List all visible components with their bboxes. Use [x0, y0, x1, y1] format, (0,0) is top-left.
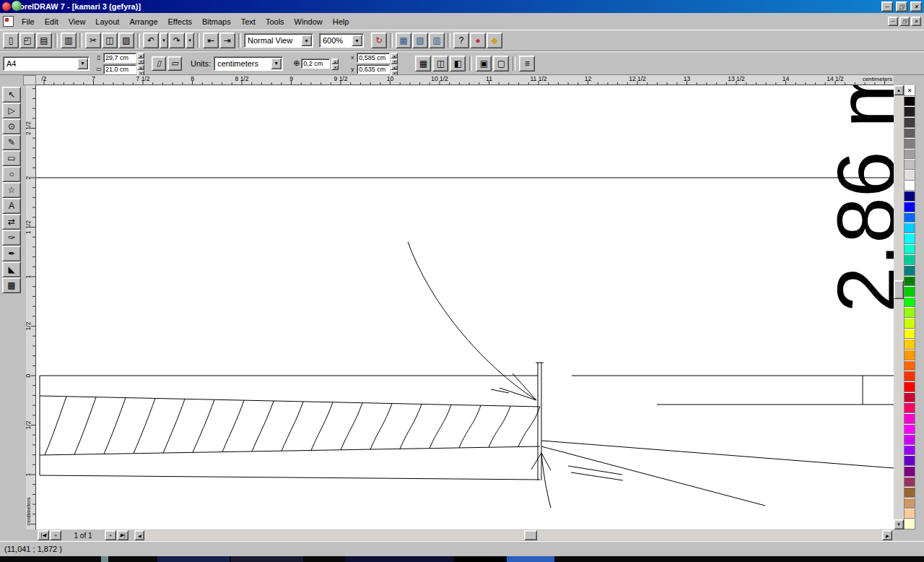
- open-button[interactable]: ◰: [19, 33, 35, 48]
- color-swatch[interactable]: [904, 360, 915, 371]
- color-swatch[interactable]: [904, 244, 915, 255]
- color-swatch[interactable]: [904, 159, 915, 170]
- horizontal-scrollbar[interactable]: ◀ ▶: [134, 530, 892, 540]
- color-swatch[interactable]: [904, 339, 915, 350]
- polygon-tool[interactable]: ☆: [2, 182, 21, 198]
- import-button[interactable]: ⇤: [203, 33, 219, 48]
- taskbar-item[interactable]: [507, 556, 554, 562]
- restore-button[interactable]: ◳: [896, 1, 907, 12]
- scroll-down-icon[interactable]: ▼: [894, 519, 904, 529]
- snap-to-guidelines-button[interactable]: ◫: [432, 56, 448, 72]
- color-swatch[interactable]: [904, 371, 915, 381]
- spin-up-icon[interactable]: ▴: [391, 64, 398, 70]
- paste-button[interactable]: ▨: [118, 33, 134, 48]
- redo-button[interactable]: ↷: [169, 33, 185, 48]
- mdi-close-button[interactable]: ✕: [911, 17, 921, 26]
- snap-to-objects-button[interactable]: ◧: [450, 56, 466, 72]
- color-rollup-button[interactable]: ▦: [396, 33, 411, 48]
- first-page-button[interactable]: |◀: [38, 530, 49, 540]
- color-swatch[interactable]: [904, 466, 915, 477]
- ellipse-tool[interactable]: ○: [2, 166, 21, 182]
- color-swatch[interactable]: [904, 202, 915, 212]
- menu-view[interactable]: View: [64, 15, 91, 28]
- whats-this-button[interactable]: ◆: [487, 33, 502, 48]
- color-swatch[interactable]: [904, 424, 915, 435]
- zoom-tool[interactable]: ⊙: [2, 118, 21, 134]
- color-swatch[interactable]: [904, 329, 915, 340]
- color-swatch[interactable]: [904, 96, 915, 107]
- color-swatch[interactable]: [904, 445, 915, 456]
- rectangle-tool[interactable]: ▭: [2, 150, 21, 166]
- add-page-after-button[interactable]: +: [105, 530, 116, 540]
- vertical-ruler[interactable]: 2 1/221 1/211/201/21centimeters: [26, 85, 36, 529]
- treat-as-filled-button[interactable]: ▣: [476, 56, 492, 72]
- color-swatch[interactable]: [904, 307, 915, 318]
- color-swatch[interactable]: [904, 413, 915, 424]
- eyedropper-tool[interactable]: ✑: [2, 230, 21, 246]
- taskbar-item[interactable]: [231, 556, 303, 562]
- new-button[interactable]: ▯: [3, 33, 19, 48]
- chevron-down-icon[interactable]: ▼: [301, 35, 312, 46]
- scroll-up-icon[interactable]: ▲: [894, 85, 904, 95]
- chevron-down-icon[interactable]: ▼: [271, 58, 282, 69]
- color-swatch[interactable]: [904, 276, 915, 287]
- color-swatch[interactable]: [904, 117, 915, 128]
- landscape-button[interactable]: ▭: [167, 56, 182, 71]
- menu-file[interactable]: File: [17, 15, 40, 28]
- taskbar-start-icon[interactable]: [12, 1, 22, 11]
- minimize-button[interactable]: ─: [881, 1, 893, 12]
- menu-layout[interactable]: Layout: [90, 15, 124, 28]
- color-swatch[interactable]: [904, 402, 915, 413]
- spin-up-icon[interactable]: ▴: [137, 64, 144, 70]
- menu-effects[interactable]: Effects: [163, 15, 197, 28]
- nudge-offset-field[interactable]: [301, 59, 330, 69]
- color-swatch[interactable]: [904, 487, 915, 498]
- scroll-right-icon[interactable]: ▶: [882, 530, 892, 540]
- bounding-box-button[interactable]: ▢: [493, 56, 509, 72]
- color-swatch[interactable]: [904, 181, 915, 191]
- refresh-button[interactable]: ↻: [371, 33, 387, 48]
- copy-button[interactable]: ◫: [102, 33, 118, 48]
- units-select[interactable]: centimeters ▼: [214, 56, 283, 71]
- zoom-level-select[interactable]: 600% ▼: [319, 33, 364, 48]
- color-swatch[interactable]: [904, 106, 915, 117]
- menu-help[interactable]: Help: [328, 15, 354, 28]
- snap-to-grid-button[interactable]: ▦: [415, 56, 431, 72]
- spin-down-icon[interactable]: ▾: [331, 64, 339, 70]
- redo-dropdown[interactable]: ▾: [186, 33, 194, 48]
- color-swatch[interactable]: [904, 222, 915, 233]
- color-swatch[interactable]: [904, 434, 915, 445]
- save-button[interactable]: ▤: [36, 33, 52, 48]
- portrait-button[interactable]: ▯: [152, 56, 166, 71]
- add-page-before-button[interactable]: +: [50, 530, 61, 540]
- vertical-scrollbar[interactable]: ▲ ▼: [894, 85, 904, 529]
- mdi-restore-button[interactable]: ◳: [899, 17, 910, 26]
- chevron-down-icon[interactable]: ▼: [77, 58, 88, 69]
- outline-tool[interactable]: ✒: [2, 246, 21, 261]
- paper-height-field[interactable]: [103, 64, 136, 74]
- no-color-swatch[interactable]: ✕: [904, 85, 915, 96]
- context-help-button[interactable]: ?: [453, 33, 469, 48]
- color-swatch[interactable]: [904, 498, 915, 509]
- bridge-drawing[interactable]: [36, 85, 894, 529]
- color-swatch[interactable]: [904, 477, 915, 488]
- color-swatch[interactable]: [904, 254, 915, 265]
- text-tool[interactable]: A: [2, 198, 21, 214]
- color-swatch[interactable]: [904, 381, 915, 392]
- color-swatch[interactable]: [904, 350, 915, 360]
- symbols-rollup-button[interactable]: ▧: [412, 33, 428, 48]
- taskbar-item[interactable]: [345, 556, 453, 562]
- print-button[interactable]: ▥: [61, 33, 77, 48]
- color-swatch[interactable]: [904, 297, 915, 308]
- close-button[interactable]: ✕: [910, 1, 922, 12]
- duplicate-x-field[interactable]: [357, 53, 390, 63]
- color-swatch[interactable]: [904, 170, 915, 181]
- menu-arrange[interactable]: Arrange: [124, 15, 162, 28]
- paper-size-select[interactable]: A4 ▼: [3, 56, 90, 71]
- options-button[interactable]: ≡: [519, 56, 535, 72]
- menu-bitmaps[interactable]: Bitmaps: [197, 15, 236, 28]
- vertical-scroll-thumb[interactable]: [894, 280, 904, 299]
- color-swatch[interactable]: [904, 455, 915, 466]
- menu-text[interactable]: Text: [236, 15, 261, 28]
- interactive-blend-tool[interactable]: ⇄: [2, 214, 21, 230]
